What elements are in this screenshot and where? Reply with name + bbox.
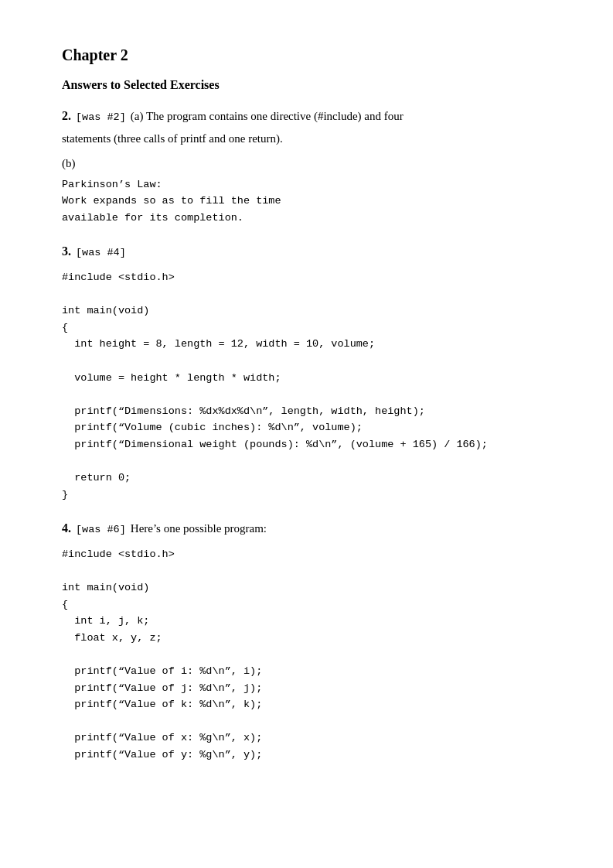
exercise-4-intro: Here’s one possible program: bbox=[131, 519, 267, 538]
section-title: Answers to Selected Exercises bbox=[62, 78, 551, 92]
exercise-4-tag: [was #6] bbox=[76, 521, 126, 538]
exercise-2-tag: [was #2] bbox=[76, 109, 126, 126]
exercise-3-tag: [was #4] bbox=[76, 244, 126, 261]
exercise-2-number: 2. bbox=[62, 106, 71, 126]
exercise-4-code: #include <stdio.h> int main(void) { int … bbox=[62, 546, 551, 764]
exercise-4: 4. [was #6] Here’s one possible program:… bbox=[62, 518, 551, 763]
chapter-title: Chapter 2 bbox=[62, 46, 551, 64]
exercise-3-number: 3. bbox=[62, 241, 71, 261]
exercise-2-sub-b-label: (b) bbox=[62, 157, 76, 169]
exercise-3-code: #include <stdio.h> int main(void) { int … bbox=[62, 269, 551, 503]
exercise-3: 3. [was #4] #include <stdio.h> int main(… bbox=[62, 241, 551, 503]
exercise-2-intro-line2: statements (three calls of printf and on… bbox=[62, 129, 551, 148]
exercise-4-number: 4. bbox=[62, 518, 71, 538]
exercise-2-intro-inline: (a) The program contains one directive (… bbox=[131, 107, 404, 125]
exercise-2-parkinsons: Parkinson’s Law: Work expands so as to f… bbox=[62, 176, 551, 227]
exercise-2: 2. [was #2] (a) The program contains one… bbox=[62, 106, 551, 226]
